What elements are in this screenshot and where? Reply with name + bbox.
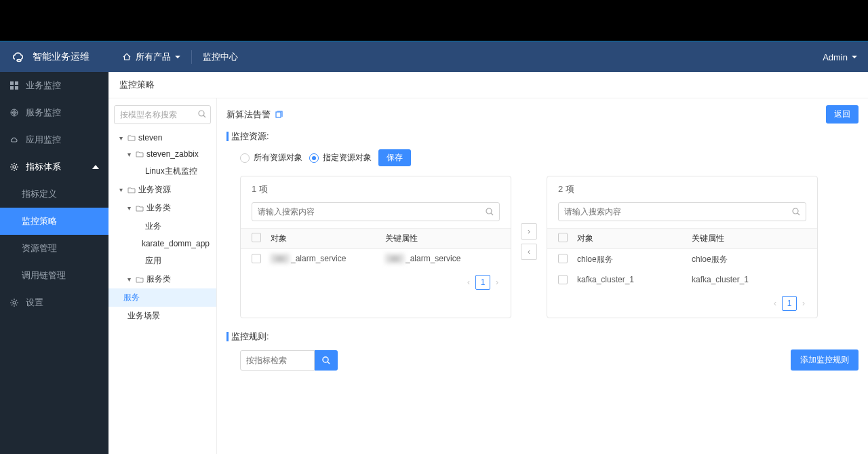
save-button[interactable]: 保存 <box>378 149 411 166</box>
sidebar-item-business-monitor[interactable]: 业务监控 <box>0 72 108 99</box>
table-row[interactable]: chloe服务chloe服务 <box>547 249 817 270</box>
svg-rect-1 <box>15 81 18 85</box>
tree-node[interactable]: ▾服务类 <box>114 270 211 288</box>
gear-icon <box>9 162 19 172</box>
page-next[interactable]: › <box>801 297 806 309</box>
tree-label: 服务 <box>123 292 140 303</box>
sidebar-item-service-monitor[interactable]: 服务监控 <box>0 99 108 126</box>
svg-rect-2 <box>10 86 14 90</box>
sidebar-item-settings[interactable]: 设置 <box>0 289 108 316</box>
logo-text: 智能业务运维 <box>33 51 90 63</box>
tree-node[interactable]: ▾业务资源 <box>114 181 211 199</box>
tree-label: karate_domm_app <box>142 239 210 248</box>
folder-icon <box>127 187 136 193</box>
sidebar: 业务监控 服务监控 应用监控 指标体系 指标定义 监控策略 资源管理 调用链管理… <box>0 72 108 454</box>
panel-title: 新算法告警 <box>226 109 271 121</box>
transfer-left-button[interactable]: ‹ <box>521 244 537 260</box>
edit-icon[interactable] <box>275 111 283 119</box>
tree-node[interactable]: ▾steven <box>114 130 211 146</box>
logo[interactable]: 智能业务运维 <box>11 51 111 63</box>
table-row[interactable]: xx_alarm_servicexx_alarm_service <box>241 249 511 268</box>
tree-node[interactable]: 服务 <box>108 288 216 307</box>
nav-all-products[interactable]: 所有产品 <box>111 51 191 63</box>
add-rule-button[interactable]: 添加监控规则 <box>791 349 859 371</box>
sidebar-item-chain-mgmt[interactable]: 调用链管理 <box>0 262 108 289</box>
transfer-left: 1 项 对象 关键属性 <box>240 176 511 318</box>
logo-icon <box>11 51 27 63</box>
checkbox-all-left[interactable] <box>252 233 261 242</box>
sidebar-item-metric-definition[interactable]: 指标定义 <box>0 181 108 208</box>
svg-point-12 <box>323 357 328 362</box>
folder-icon <box>127 134 136 141</box>
folder-icon <box>136 276 144 283</box>
row-checkbox[interactable] <box>558 254 568 263</box>
tree-label: Linux主机监控 <box>145 166 197 177</box>
transfer-right: 2 项 对象 关键属性 <box>547 176 818 318</box>
tree-label: 业务场景 <box>127 310 160 322</box>
page-next[interactable]: › <box>494 276 500 288</box>
tree-label: 业务类 <box>146 202 171 214</box>
cloud-icon <box>9 135 19 145</box>
page-prev[interactable]: ‹ <box>772 297 778 309</box>
caret-down-icon: ▾ <box>127 276 133 283</box>
transfer-right-search[interactable] <box>558 202 806 221</box>
radio-all-resources[interactable]: 所有资源对象 <box>240 152 302 164</box>
browser-chrome <box>0 0 868 41</box>
tree: ▾steven▾steven_zabbixLinux主机监控▾业务资源▾业务类业… <box>114 130 211 325</box>
tree-node[interactable]: Linux主机监控 <box>114 162 211 181</box>
tree-node[interactable]: 业务场景 <box>114 307 211 325</box>
tree-label: 服务类 <box>146 273 171 285</box>
caret-down-icon: ▾ <box>119 134 125 142</box>
row-checkbox[interactable] <box>558 275 568 284</box>
rule-search-button[interactable] <box>315 350 338 371</box>
radio-specific-resources[interactable]: 指定资源对象 <box>309 152 372 164</box>
tree-panel: ▾steven▾steven_zabbixLinux主机监控▾业务资源▾业务类业… <box>108 98 217 454</box>
svg-rect-0 <box>10 81 14 85</box>
rule-search-input[interactable] <box>240 350 315 371</box>
tree-label: steven_zabbix <box>146 149 199 159</box>
tree-node[interactable]: ▾steven_zabbix <box>114 146 211 162</box>
tree-label: steven <box>138 133 162 143</box>
chevron-down-icon <box>175 54 180 60</box>
chevron-down-icon <box>852 54 857 60</box>
tree-label: 业务资源 <box>138 184 171 195</box>
tree-node[interactable]: ▾业务类 <box>114 199 211 217</box>
row-checkbox[interactable] <box>252 254 261 263</box>
folder-icon <box>136 205 144 212</box>
transfer-right-header: 对象 关键属性 <box>547 228 817 249</box>
svg-point-6 <box>13 166 16 168</box>
user-menu[interactable]: Admin <box>823 52 857 62</box>
sidebar-item-app-monitor[interactable]: 应用监控 <box>0 126 108 153</box>
table-row[interactable]: kafka_cluster_1kafka_cluster_1 <box>547 270 817 289</box>
radar-icon <box>9 108 19 117</box>
back-button[interactable]: 返回 <box>826 105 859 124</box>
transfer-left-search[interactable] <box>252 202 500 221</box>
search-icon <box>197 109 207 119</box>
tree-search-input[interactable] <box>114 105 211 124</box>
svg-rect-3 <box>15 86 18 90</box>
right-panel: 新算法告警 返回 监控资源: 所有资源对象 <box>217 98 868 454</box>
tree-node[interactable]: 应用 <box>114 252 211 270</box>
tree-node[interactable]: 业务 <box>114 217 211 235</box>
search-icon <box>791 207 801 216</box>
page-number[interactable]: 1 <box>782 296 797 311</box>
tree-node[interactable]: karate_domm_app <box>114 235 211 252</box>
sidebar-item-metric-system[interactable]: 指标体系 <box>0 153 108 181</box>
transfer-right-button[interactable]: › <box>521 223 537 240</box>
transfer-left-header: 对象 关键属性 <box>241 228 511 249</box>
checkbox-all-right[interactable] <box>558 233 568 242</box>
sidebar-item-resource-mgmt[interactable]: 资源管理 <box>0 235 108 262</box>
caret-down-icon: ▾ <box>127 151 133 158</box>
page-number[interactable]: 1 <box>475 275 490 290</box>
svg-point-11 <box>793 208 798 214</box>
page-prev[interactable]: ‹ <box>466 276 471 288</box>
nav-monitor-center[interactable]: 监控中心 <box>192 51 249 63</box>
svg-point-10 <box>486 208 492 214</box>
tree-label: 业务 <box>145 221 161 232</box>
section-resource-label: 监控资源: <box>226 130 859 143</box>
transfer-left-count: 1 项 <box>241 176 511 202</box>
sidebar-item-monitor-strategy[interactable]: 监控策略 <box>0 208 108 235</box>
caret-down-icon: ▾ <box>119 186 125 193</box>
transfer-right-count: 2 项 <box>547 176 817 202</box>
chevron-up-icon <box>92 165 99 169</box>
